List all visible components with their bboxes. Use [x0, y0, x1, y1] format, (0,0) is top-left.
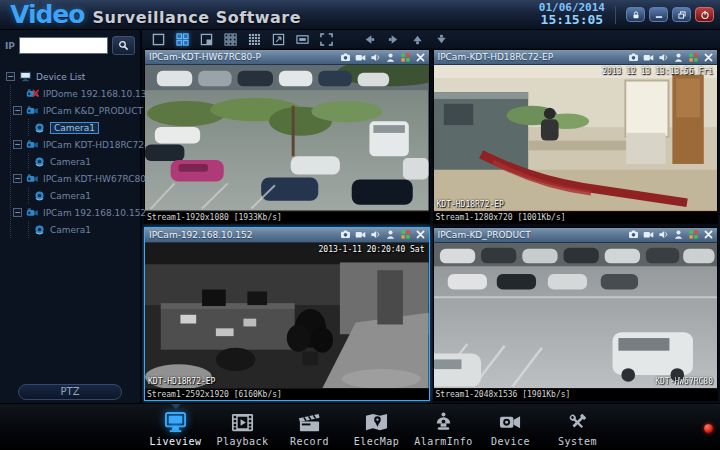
snapshot-icon[interactable] [628, 229, 639, 240]
lock-button[interactable] [626, 7, 645, 22]
camera-icon [26, 139, 39, 150]
video-feed[interactable]: 2013 12 13 13:13:56 Fri KDT-HD18R72-EP [434, 65, 718, 211]
camera-title: IPCam-KD_PRODUCT [438, 230, 531, 240]
collapse-toggle[interactable]: − [13, 174, 22, 183]
camera-title: IPCam-KDT-HW67RC80-P [149, 52, 261, 62]
page-up-icon[interactable] [411, 33, 424, 46]
record-icon[interactable] [643, 52, 654, 63]
layout-16-icon[interactable] [248, 33, 261, 46]
collapse-toggle[interactable]: − [13, 208, 22, 217]
video-tile-4[interactable]: IPCam-KD_PRODUCT [433, 227, 719, 402]
camera-title: IPCam-192.168.10.152 [149, 230, 252, 240]
logo-subtitle: Surveillance Software [93, 8, 302, 27]
snapshot-icon[interactable] [628, 52, 639, 63]
nav-playback[interactable]: Playback [209, 411, 276, 447]
device-item-hd18rc72[interactable]: − IPCam KDT-HD18RC72-EP [13, 136, 138, 153]
fullscreen-icon[interactable] [320, 33, 333, 46]
close-icon[interactable] [415, 52, 426, 63]
talk-icon[interactable] [673, 52, 684, 63]
minimize-icon [654, 10, 664, 20]
next-page-icon[interactable] [387, 33, 400, 46]
record-icon[interactable] [643, 229, 654, 240]
view-toolbar [142, 30, 720, 48]
wide-view-icon[interactable] [296, 33, 309, 46]
digital-zoom-icon[interactable] [272, 33, 285, 46]
video-scene-parking-day [145, 65, 429, 211]
device-item-ipdome[interactable]: IPDome 192.168.10.138 [13, 85, 138, 102]
camera-offline-icon [26, 88, 39, 99]
nav-system[interactable]: System [544, 411, 611, 447]
restore-icon [677, 10, 687, 20]
osd-camera-name: KDT-HD18R72-EP [148, 377, 215, 386]
osd-timestamp: 2013-1-11 20:20:40 Sat [319, 245, 425, 254]
collapse-toggle[interactable]: − [13, 140, 22, 149]
nav-alarminfo[interactable]: AlarmInfo [410, 411, 477, 447]
audio-icon[interactable] [658, 52, 669, 63]
video-tile-3-selected[interactable]: IPCam-192.168.10.152 [144, 227, 430, 402]
layout-pip-icon[interactable] [200, 33, 213, 46]
channel-item-camera1[interactable]: Camera1 [33, 187, 138, 204]
device-camera-icon [497, 411, 524, 434]
snapshot-icon[interactable] [340, 52, 351, 63]
audio-icon[interactable] [658, 229, 669, 240]
layout-4-icon[interactable] [176, 33, 189, 46]
clock: 01/06/2014 15:15:05 [539, 2, 605, 27]
device-tree: − Device List IPDome 192.168.10.138 − IP… [0, 60, 140, 238]
titlebar: Video Surveillance Software 01/06/2014 1… [0, 0, 720, 30]
close-icon[interactable] [415, 229, 426, 240]
recording-indicator [704, 424, 713, 433]
close-icon[interactable] [703, 52, 714, 63]
channel-item-camera1[interactable]: Camera1 [33, 221, 138, 238]
power-button[interactable] [695, 7, 714, 22]
audio-icon[interactable] [370, 229, 381, 240]
search-icon [118, 40, 129, 51]
camera-icon [26, 207, 39, 218]
stream-quality-icon[interactable] [688, 52, 699, 63]
channel-item-camera1[interactable]: Camera1 [33, 153, 138, 170]
talk-icon[interactable] [385, 229, 396, 240]
close-icon[interactable] [703, 229, 714, 240]
camera-icon [26, 173, 39, 184]
dome-camera-icon [33, 224, 46, 235]
nav-device[interactable]: Device [477, 411, 544, 447]
collapse-toggle[interactable]: − [6, 72, 15, 81]
device-item-kd-product[interactable]: − IPCam K&D_PRODUCT [13, 102, 138, 119]
device-item-hw67rc80[interactable]: − IPCam KDT-HW67RC80-P [13, 170, 138, 187]
time-display: 15:15:05 [539, 13, 605, 27]
minimize-button[interactable] [649, 7, 668, 22]
video-feed[interactable] [145, 65, 429, 211]
snapshot-icon[interactable] [340, 229, 351, 240]
device-sidebar: IP − Device List IPDome 192.168.10.138 [0, 30, 142, 403]
video-tile-1[interactable]: IPCam-KDT-HW67RC80-P [144, 49, 430, 224]
record-icon[interactable] [355, 52, 366, 63]
record-icon [296, 411, 323, 434]
tile-header: IPCam-192.168.10.152 [145, 228, 429, 243]
record-icon[interactable] [355, 229, 366, 240]
talk-icon[interactable] [673, 229, 684, 240]
stream-quality-icon[interactable] [688, 229, 699, 240]
audio-icon[interactable] [370, 52, 381, 63]
ptz-panel-tab[interactable]: PTZ [18, 384, 122, 400]
map-icon [363, 411, 390, 434]
collapse-toggle[interactable]: − [13, 106, 22, 115]
layout-1-icon[interactable] [152, 33, 165, 46]
video-tile-2[interactable]: IPCam-KDT-HD18RC72-EP [433, 49, 719, 224]
stream-quality-icon[interactable] [400, 229, 411, 240]
search-button[interactable] [112, 36, 135, 55]
nav-liveview[interactable]: Liveview [142, 411, 209, 447]
prev-page-icon[interactable] [363, 33, 376, 46]
layout-9-icon[interactable] [224, 33, 237, 46]
page-down-icon[interactable] [435, 33, 448, 46]
nav-elecmap[interactable]: ElecMap [343, 411, 410, 447]
tree-root-device-list[interactable]: − Device List [6, 68, 138, 85]
video-feed[interactable]: 2013-1-11 20:20:40 Sat KDT-HD18R72-EP [145, 243, 429, 389]
ip-search-input[interactable] [19, 37, 108, 54]
talk-icon[interactable] [385, 52, 396, 63]
device-item-10-152[interactable]: − IPCam 192.168.10.152 [13, 204, 138, 221]
logo-video: Video [10, 0, 85, 29]
video-feed[interactable]: KDT-HW67RC80 [434, 243, 718, 389]
stream-quality-icon[interactable] [400, 52, 411, 63]
nav-record[interactable]: Record [276, 411, 343, 447]
restore-button[interactable] [672, 7, 691, 22]
channel-item-camera1-selected[interactable]: Camera1 [33, 119, 138, 136]
